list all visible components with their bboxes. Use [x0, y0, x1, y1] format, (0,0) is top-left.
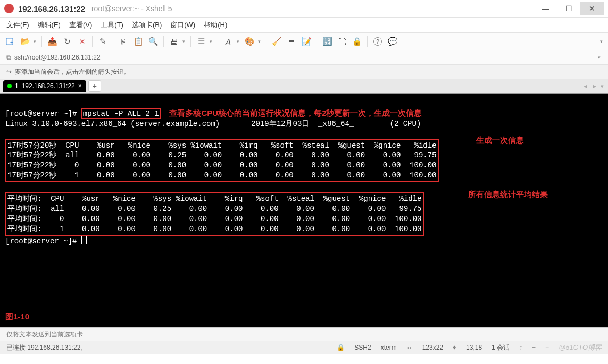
toolbar: + 📂 ▾ 📤 ↻ ⨯ ✎ ⎘ 📋 🔍 🖶 ▾ ☰ ▾ A ▾ 🎨 ▾ 🧹 ≣ … [0, 32, 608, 50]
toolbar-sep [92, 36, 93, 47]
fullscreen-icon[interactable]: ⛶ [336, 36, 348, 47]
status-bar: 已连接 192.168.26.131:22。 🔒 SSH2 xterm ↔ 12… [0, 341, 608, 354]
toolbar-sep [190, 36, 191, 47]
cursor-icon [81, 236, 87, 244]
tab-nav: ◄ ► ▾ [582, 83, 608, 90]
block-2-border: 平均时间: CPU %usr %nice %sys %iowait %irq %… [5, 192, 424, 236]
tab-close-icon[interactable]: × [78, 82, 82, 90]
status-cursor-pos: 13,18 [466, 344, 482, 351]
command: mpstat -P ALL 2 1 [83, 109, 159, 118]
block1-header: 17时57分20秒 CPU %usr %nice %sys %iowait %i… [7, 141, 437, 150]
print-icon[interactable]: 🖶 [168, 36, 180, 47]
print-dropdown-icon[interactable]: ▾ [181, 36, 186, 47]
status-minus-icon[interactable]: − [545, 344, 549, 351]
font-dropdown-icon[interactable]: ▾ [235, 36, 240, 47]
status-connection: 已连接 192.168.26.131:22。 [6, 343, 87, 352]
input-mode-bar: 仅将文本发送到当前选项卡 [0, 327, 608, 341]
menu-edit[interactable]: 编辑(E) [38, 20, 61, 30]
annotation-block1: 生成一次信息 [476, 135, 524, 146]
tab-list-icon[interactable]: ▾ [601, 83, 604, 90]
block2-row-cpu0: 平均时间: 0 0.00 0.00 0.00 0.00 0.00 0.00 0.… [7, 215, 422, 223]
block-1-border: 17时57分20秒 CPU %usr %nice %sys %iowait %i… [5, 139, 439, 183]
address-url[interactable]: ssh://root@192.168.26.131:22 [14, 54, 101, 61]
annotation-block2: 所有信息统计平均结果 [468, 189, 548, 200]
app-icon [4, 4, 14, 13]
compose-icon[interactable]: ✎ [97, 36, 109, 47]
toolbar-overflow-icon[interactable]: ▾ [598, 36, 604, 47]
session-tab[interactable]: 1 192.168.26.131:22 × [3, 80, 86, 92]
titlebar: 192.168.26.131:22 root@server:~ - Xshell… [0, 0, 608, 18]
properties-icon[interactable]: ☰ [195, 36, 207, 47]
toolbar-sep [317, 36, 317, 47]
lock-icon[interactable]: 🔒 [351, 36, 363, 47]
terminal[interactable]: [root@server ~]# mpstat -P ALL 2 1 查看多核C… [0, 94, 608, 327]
toolbar-sep [367, 36, 368, 47]
watermark: @51CTO博客 [559, 343, 602, 352]
close-button[interactable]: ✕ [580, 2, 604, 15]
block2-header: 平均时间: CPU %usr %nice %sys %iowait %irq %… [7, 194, 422, 203]
find-icon[interactable]: 🔍 [147, 36, 159, 47]
prompt-2: [root@server ~]# [5, 237, 81, 246]
tab-prev-icon[interactable]: ◄ [582, 83, 588, 90]
block1-row-all: 17时57分22秒 all 0.00 0.00 0.25 0.00 0.00 0… [7, 151, 437, 159]
prompt-1: [root@server ~]# [5, 109, 81, 118]
tab-index: 1 [15, 82, 19, 90]
tab-status-dot-icon [7, 84, 12, 88]
menu-window[interactable]: 窗口(W) [170, 20, 195, 30]
feedback-icon[interactable]: 💬 [387, 36, 398, 47]
status-size-icon: ↔ [406, 344, 413, 351]
status-term-type: xterm [381, 344, 397, 351]
open-session-icon[interactable]: 📂 [19, 36, 31, 47]
help-icon[interactable]: ? [372, 36, 384, 47]
status-lock-icon: 🔒 [337, 344, 345, 351]
paste-icon[interactable]: 📋 [132, 36, 144, 47]
figure-label: 图1-10 [5, 311, 29, 322]
new-session-icon[interactable]: + [4, 36, 16, 47]
status-sessions: 1 会话 [492, 343, 510, 352]
reconnect-icon[interactable]: ↻ [61, 36, 73, 47]
status-protocol: SSH2 [354, 344, 371, 351]
command-highlight: mpstat -P ALL 2 1 [81, 108, 161, 119]
palette-icon[interactable]: 🎨 [244, 36, 255, 47]
status-right: 🔒 SSH2 xterm ↔ 123x22 ⌖ 13,18 1 会话 ↕ + −… [337, 343, 602, 352]
scroll-icon[interactable]: ≣ [286, 36, 297, 47]
properties-dropdown-icon[interactable]: ▾ [208, 36, 213, 47]
menu-tabs[interactable]: 选项卡(B) [132, 20, 162, 30]
window-buttons: — ☐ ✕ [534, 2, 604, 15]
maximize-button[interactable]: ☐ [557, 2, 580, 15]
tabstrip: 1 192.168.26.131:22 × + ◄ ► ▾ [0, 79, 608, 94]
block2-row-cpu1: 平均时间: 1 0.00 0.00 0.00 0.00 0.00 0.00 0.… [7, 225, 422, 233]
menu-tools[interactable]: 工具(T) [101, 20, 123, 30]
toolbar-sep [218, 36, 218, 47]
send-icon[interactable]: 📤 [46, 36, 58, 47]
menu-file[interactable]: 文件(F) [6, 20, 29, 30]
status-size: 123x22 [422, 344, 443, 351]
infobar-text: 要添加当前会话，点击左侧的箭头按钮。 [15, 67, 130, 77]
disconnect-icon[interactable]: ⨯ [76, 36, 88, 47]
title-sub: root@server:~ - Xshell 5 [91, 4, 172, 13]
tab-next-icon[interactable]: ► [592, 83, 597, 90]
open-dropdown-icon[interactable]: ▾ [32, 36, 37, 47]
menu-help[interactable]: 帮助(H) [204, 20, 227, 30]
copy-icon[interactable]: ⎘ [118, 36, 129, 47]
block1-row-cpu1: 17时57分22秒 1 0.00 0.00 0.00 0.00 0.00 0.0… [7, 171, 437, 180]
svg-text:+: + [10, 39, 13, 45]
log-icon[interactable]: 📝 [301, 36, 312, 47]
status-updown-icon[interactable]: ↕ [519, 344, 522, 351]
block1-row-cpu0: 17时57分22秒 0 0.00 0.00 0.00 0.00 0.00 0.0… [7, 161, 437, 170]
toolbar-sep [113, 36, 113, 47]
font-icon[interactable]: A [222, 36, 234, 47]
annotation-command: 查看多核CPU核心的当前运行状况信息，每2秒更新一次，生成一次信息 [169, 108, 422, 117]
keypad-icon[interactable]: 🔢 [321, 36, 333, 47]
minimize-button[interactable]: — [534, 2, 557, 15]
palette-dropdown-icon[interactable]: ▾ [256, 36, 262, 47]
new-tab-button[interactable]: + [88, 80, 101, 92]
status-cursor-icon: ⌖ [453, 344, 456, 351]
infobar-arrow-icon[interactable]: ↪ [6, 68, 12, 75]
status-plus-icon[interactable]: + [532, 344, 536, 351]
clear-screen-icon[interactable]: 🧹 [271, 36, 282, 47]
menu-view[interactable]: 查看(V) [69, 20, 92, 30]
address-overflow-icon[interactable]: ▾ [596, 52, 602, 63]
block2-row-all: 平均时间: all 0.00 0.00 0.25 0.00 0.00 0.00 … [7, 205, 422, 213]
system-line: Linux 3.10.0-693.el7.x86_64 (server.exam… [5, 120, 421, 128]
